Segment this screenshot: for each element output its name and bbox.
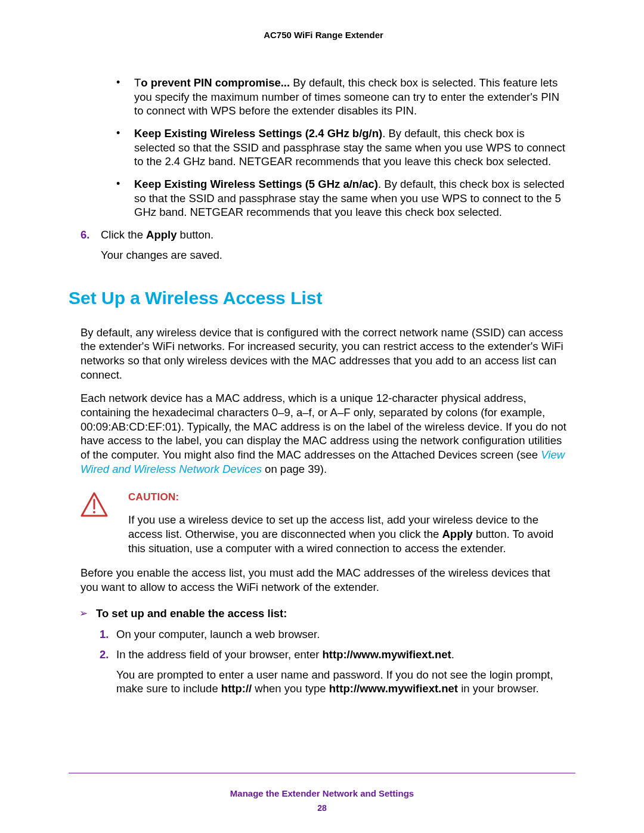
caution-label: CAUTION: (128, 491, 566, 504)
step-pre: In the address field of your browser, en… (116, 648, 323, 661)
follow-b2: http://www.mywifiext.net (329, 682, 458, 695)
step-bold: http://www.mywifiext.net (323, 648, 451, 661)
procedure-title: To set up and enable the access list: (96, 606, 287, 621)
procedure-steps: 1. On your computer, launch a web browse… (100, 627, 566, 661)
follow-post: in your browser. (458, 682, 539, 695)
caution-bold: Apply (442, 528, 472, 540)
step-follow: Your changes are saved. (101, 248, 566, 262)
procedure-step: 2. In the address field of your browser,… (100, 648, 566, 662)
intro2-post: on page 39). (262, 463, 327, 475)
step-text: On your computer, launch a web browser. (116, 627, 566, 642)
bullet-item: Keep Existing Wireless Settings (2.4 GHz… (116, 126, 566, 169)
intro-paragraph-2: Each network device has a MAC address, w… (80, 391, 566, 476)
procedure-step: 1. On your computer, launch a web browse… (100, 627, 566, 642)
bullet-prefix: T (134, 76, 141, 89)
follow-mid: when you type (252, 682, 329, 695)
bullet-list: To prevent PIN compromise... By default,… (116, 76, 566, 219)
follow-b1: http:// (221, 682, 252, 695)
step-number: 6. (80, 228, 101, 242)
pre-enable-paragraph: Before you enable the access list, you m… (80, 566, 566, 594)
procedure-follow: You are prompted to enter a user name an… (116, 668, 566, 696)
body-content: To prevent PIN compromise... By default,… (80, 76, 566, 696)
running-header: AC750 WiFi Range Extender (80, 30, 566, 40)
intro-paragraph-1: By default, any wireless device that is … (80, 326, 566, 382)
step-post: . (451, 648, 454, 661)
bullet-item: To prevent PIN compromise... By default,… (116, 76, 566, 118)
footer-page-number: 28 (0, 803, 644, 813)
bullet-lead: o prevent PIN compromise... (141, 76, 290, 89)
step-6: 6. Click the Apply button. (80, 228, 566, 242)
footer-chapter: Manage the Extender Network and Settings (0, 788, 644, 798)
caution-text: CAUTION: If you use a wireless device to… (122, 491, 566, 556)
bullet-lead: Keep Existing Wireless Settings (2.4 GHz… (134, 127, 382, 140)
step-number: 2. (100, 648, 116, 662)
svg-point-2 (93, 511, 95, 513)
document-page: AC750 WiFi Range Extender To prevent PIN… (0, 0, 644, 833)
caution-block: CAUTION: If you use a wireless device to… (80, 491, 566, 556)
step-pre: Click the (101, 228, 146, 241)
step-bold: Apply (146, 228, 177, 241)
caution-body: If you use a wireless device to set up t… (128, 513, 566, 555)
step-number: 1. (100, 627, 116, 642)
procedure-heading: ➢ To set up and enable the access list: (79, 606, 566, 621)
caution-icon (80, 491, 122, 556)
bullet-lead: Keep Existing Wireless Settings (5 GHz a… (134, 178, 378, 190)
footer-rule (69, 773, 575, 773)
intro2-pre: Each network device has a MAC address, w… (80, 392, 566, 461)
section-heading: Set Up a Wireless Access List (69, 287, 566, 309)
step-text: In the address field of your browser, en… (116, 648, 566, 662)
step-text: Click the Apply button. (101, 228, 566, 242)
bullet-item: Keep Existing Wireless Settings (5 GHz a… (116, 177, 566, 219)
procedure-arrow-icon: ➢ (79, 607, 88, 620)
step-post: button. (177, 228, 213, 241)
